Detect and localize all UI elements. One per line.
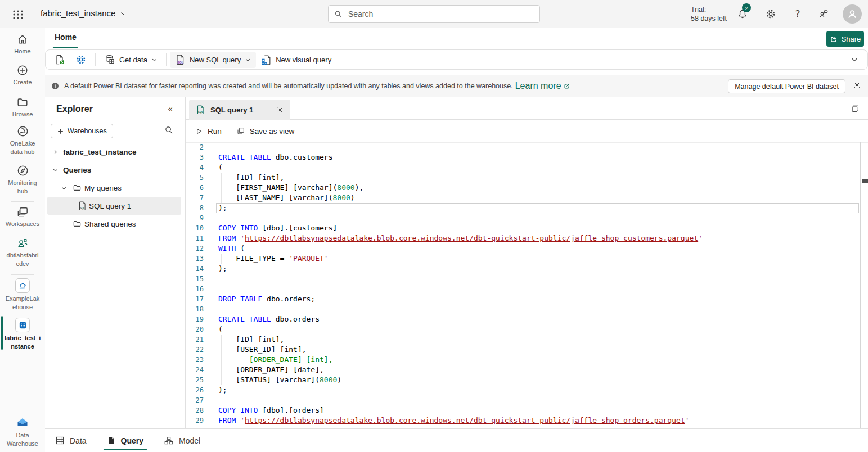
visual-query-icon — [261, 55, 272, 65]
code-text: [USER_ID] [int], — [218, 345, 307, 355]
refresh-dataset-button[interactable] — [49, 51, 70, 68]
tree-item-root[interactable]: fabric_test_instance — [47, 143, 181, 161]
code-line[interactable]: 14); — [186, 264, 860, 274]
onelake-icon — [16, 125, 29, 138]
get-data-button[interactable]: Get data — [99, 51, 163, 68]
code-line[interactable]: 19CREATE TABLE dbo.orders — [186, 314, 860, 324]
lakehouse-icon — [18, 281, 28, 291]
view-tab-query[interactable]: Query — [107, 429, 143, 452]
tree-item-shared-queries[interactable]: Shared queries — [47, 215, 181, 233]
waffle-icon — [11, 7, 25, 21]
code-text: FILE_TYPE = 'PARQUET' — [218, 254, 329, 264]
code-line[interactable]: 22 [USER_ID] [int], — [186, 345, 860, 355]
code-line[interactable]: 13 FILE_TYPE = 'PARQUET' — [186, 254, 860, 264]
save-as-view-button[interactable]: Save as view — [236, 126, 295, 135]
nav-home[interactable]: Home — [0, 33, 45, 56]
code-line[interactable]: 26); — [186, 385, 860, 395]
close-tab-button[interactable] — [276, 106, 284, 114]
app-launcher-icon[interactable] — [11, 7, 25, 21]
code-line[interactable]: 20( — [186, 324, 860, 335]
manage-default-dataset-button[interactable]: Manage default Power BI dataset — [728, 79, 845, 93]
code-line[interactable]: 4( — [186, 162, 860, 173]
code-line[interactable]: 15 — [186, 274, 860, 284]
notifications-button[interactable]: 2 — [735, 6, 750, 22]
nav-onelake-label-2: data hub — [0, 148, 45, 156]
view-tab-model[interactable]: Model — [164, 429, 200, 452]
nav-fabric-test-instance[interactable]: fabric_test_i nstance — [0, 318, 45, 351]
code-line[interactable]: 7 [LAST_NAME] [varchar](8000) — [186, 193, 860, 203]
nav-onelake-data-hub[interactable]: OneLake data hub — [0, 125, 45, 156]
chevron-right-icon — [47, 149, 63, 155]
nav-dw-label-1: Data — [0, 431, 45, 440]
code-editor[interactable]: 23CREATE TABLE dbo.customers4(5 [ID] [in… — [186, 142, 860, 429]
code-line[interactable]: 16 — [186, 284, 860, 294]
tab-sql-query-1[interactable]: SQL SQL query 1 — [189, 100, 290, 120]
nav-browse[interactable]: Browse — [0, 96, 45, 119]
code-line[interactable]: 12WITH ( — [186, 243, 860, 254]
collapse-explorer-button[interactable]: « — [168, 104, 173, 114]
tree-item-sql-query-1[interactable]: SQL SQL query 1 — [47, 197, 181, 215]
code-line[interactable]: 28COPY INTO [dbo].[orders] — [186, 405, 860, 415]
tab-home[interactable]: Home — [55, 33, 77, 42]
banner-close-button[interactable] — [853, 81, 861, 89]
code-line[interactable]: 5 [ID] [int], — [186, 173, 860, 183]
ribbon-collapse-button[interactable] — [851, 56, 858, 64]
code-line[interactable]: 24 [ORDER_DATE] [date], — [186, 365, 860, 375]
nav-create[interactable]: Create — [0, 64, 45, 87]
code-line[interactable]: 3CREATE TABLE dbo.customers — [186, 152, 860, 162]
account-avatar[interactable] — [843, 4, 862, 24]
view-tab-data-label: Data — [70, 436, 87, 445]
share-button[interactable]: Share — [826, 31, 864, 47]
nav-dbtlabsfabricdev[interactable]: dbtlabsfabri cdev — [0, 237, 45, 268]
line-number: 24 — [186, 365, 204, 375]
svg-text:SQL: SQL — [177, 60, 184, 64]
gear-blue-icon — [75, 54, 87, 65]
monitoring-icon — [16, 164, 29, 177]
tree-item-my-queries[interactable]: My queries — [47, 179, 181, 197]
scrollbar-thumb[interactable] — [862, 179, 868, 183]
nav-monitoring-hub[interactable]: Monitoring hub — [0, 164, 45, 196]
settings-button[interactable] — [763, 6, 779, 22]
code-line[interactable]: 25 [STATUS] [varchar](8000) — [186, 375, 860, 385]
run-button[interactable]: Run — [195, 127, 222, 135]
nav-workspaces[interactable]: Workspaces — [0, 205, 45, 228]
nav-home-label: Home — [0, 47, 45, 56]
code-line[interactable]: 29FROM 'https://dbtlabsynapsedatalake.bl… — [186, 415, 860, 426]
code-line[interactable]: 9 — [186, 213, 860, 223]
search-input[interactable] — [347, 9, 534, 19]
code-line[interactable]: 6 [FIRST_NAME] [varchar](8000), — [186, 183, 860, 193]
code-line[interactable]: 27 — [186, 395, 860, 405]
code-line[interactable]: 21 [ID] [int], — [186, 335, 860, 345]
code-line[interactable]: 2 — [186, 142, 860, 152]
learn-more-link[interactable]: Learn more — [515, 81, 570, 91]
code-line[interactable]: 11FROM 'https://dbtlabsynapsedatalake.bl… — [186, 233, 860, 243]
code-line[interactable]: 18 — [186, 304, 860, 314]
new-visual-query-button[interactable]: New visual query — [256, 52, 336, 68]
code-line[interactable]: 8); — [186, 203, 860, 213]
query-tab-bar: SQL SQL query 1 — [186, 97, 868, 120]
code-text: WITH ( — [218, 243, 245, 254]
chevron-down-icon — [245, 57, 251, 63]
nav-examplelakehouse[interactable]: ExampleLak ehouse — [0, 278, 45, 311]
tree-item-queries[interactable]: Queries — [47, 161, 181, 179]
workspace-switcher[interactable]: fabric_test_instance — [41, 8, 127, 18]
code-line[interactable]: 10COPY INTO [dbo].[customers] — [186, 223, 860, 233]
add-warehouses-button[interactable]: Warehouses — [51, 124, 113, 138]
view-tab-data[interactable]: Data — [55, 429, 87, 452]
nav-data-warehouse[interactable]: Data Warehouse — [0, 416, 45, 448]
code-line[interactable]: 17DROP TABLE dbo.orders; — [186, 294, 860, 304]
feedback-button[interactable] — [816, 6, 831, 22]
help-button[interactable]: ? — [790, 6, 806, 22]
explorer-search-button[interactable] — [164, 125, 174, 135]
code-line[interactable]: 23 -- [ORDER_DATE] [int], — [186, 355, 860, 365]
svg-text:SQL: SQL — [198, 111, 204, 114]
line-number: 9 — [186, 213, 204, 223]
global-search — [328, 5, 540, 23]
toolbar-divider — [340, 53, 340, 66]
warehouses-label: Warehouses — [68, 127, 107, 135]
nav-monitoring-label-1: Monitoring — [0, 179, 45, 187]
line-number: 6 — [186, 183, 204, 193]
tab-list-button[interactable] — [851, 104, 860, 114]
new-sql-query-button[interactable]: SQL New SQL query — [170, 52, 256, 68]
settings-toolbar-button[interactable] — [70, 51, 92, 68]
